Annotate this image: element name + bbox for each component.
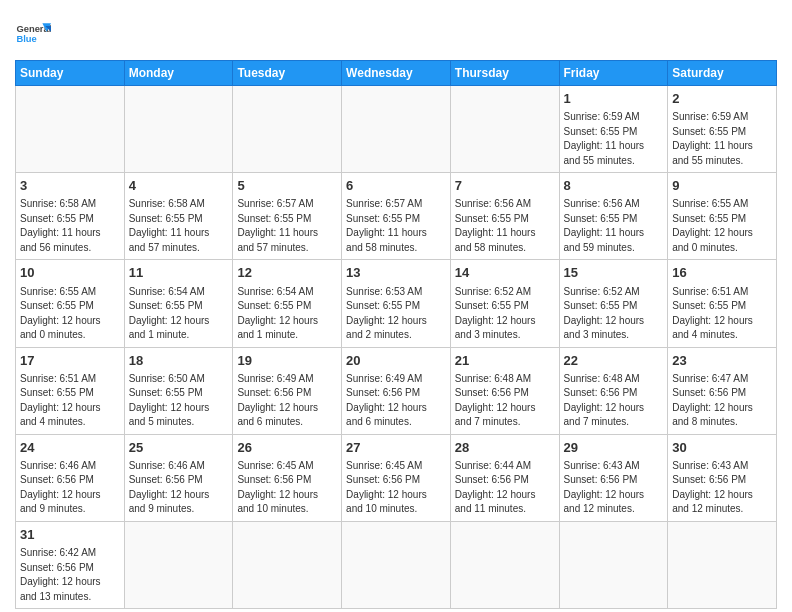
day-number: 10	[20, 264, 120, 282]
week-row-2: 10Sunrise: 6:55 AM Sunset: 6:55 PM Dayli…	[16, 260, 777, 347]
day-number: 27	[346, 439, 446, 457]
week-row-1: 3Sunrise: 6:58 AM Sunset: 6:55 PM Daylig…	[16, 173, 777, 260]
day-number: 14	[455, 264, 555, 282]
calendar-cell: 26Sunrise: 6:45 AM Sunset: 6:56 PM Dayli…	[233, 434, 342, 521]
calendar-cell: 20Sunrise: 6:49 AM Sunset: 6:56 PM Dayli…	[342, 347, 451, 434]
calendar-cell: 25Sunrise: 6:46 AM Sunset: 6:56 PM Dayli…	[124, 434, 233, 521]
weekday-header-wednesday: Wednesday	[342, 61, 451, 86]
day-info: Sunrise: 6:45 AM Sunset: 6:56 PM Dayligh…	[346, 459, 446, 517]
day-info: Sunrise: 6:45 AM Sunset: 6:56 PM Dayligh…	[237, 459, 337, 517]
calendar-table: SundayMondayTuesdayWednesdayThursdayFrid…	[15, 60, 777, 609]
calendar-cell: 10Sunrise: 6:55 AM Sunset: 6:55 PM Dayli…	[16, 260, 125, 347]
day-number: 9	[672, 177, 772, 195]
day-number: 15	[564, 264, 664, 282]
day-number: 12	[237, 264, 337, 282]
day-info: Sunrise: 6:48 AM Sunset: 6:56 PM Dayligh…	[564, 372, 664, 430]
day-number: 2	[672, 90, 772, 108]
weekday-header-sunday: Sunday	[16, 61, 125, 86]
calendar-cell	[233, 521, 342, 608]
calendar-cell: 2Sunrise: 6:59 AM Sunset: 6:55 PM Daylig…	[668, 86, 777, 173]
calendar-cell	[16, 86, 125, 173]
day-info: Sunrise: 6:59 AM Sunset: 6:55 PM Dayligh…	[672, 110, 772, 168]
calendar-cell: 23Sunrise: 6:47 AM Sunset: 6:56 PM Dayli…	[668, 347, 777, 434]
calendar-cell: 12Sunrise: 6:54 AM Sunset: 6:55 PM Dayli…	[233, 260, 342, 347]
weekday-header-tuesday: Tuesday	[233, 61, 342, 86]
calendar-cell: 6Sunrise: 6:57 AM Sunset: 6:55 PM Daylig…	[342, 173, 451, 260]
week-row-5: 31Sunrise: 6:42 AM Sunset: 6:56 PM Dayli…	[16, 521, 777, 608]
calendar-cell: 24Sunrise: 6:46 AM Sunset: 6:56 PM Dayli…	[16, 434, 125, 521]
week-row-4: 24Sunrise: 6:46 AM Sunset: 6:56 PM Dayli…	[16, 434, 777, 521]
day-number: 11	[129, 264, 229, 282]
day-number: 30	[672, 439, 772, 457]
calendar-cell	[233, 86, 342, 173]
calendar-cell: 8Sunrise: 6:56 AM Sunset: 6:55 PM Daylig…	[559, 173, 668, 260]
day-number: 13	[346, 264, 446, 282]
calendar-cell: 5Sunrise: 6:57 AM Sunset: 6:55 PM Daylig…	[233, 173, 342, 260]
day-info: Sunrise: 6:56 AM Sunset: 6:55 PM Dayligh…	[564, 197, 664, 255]
day-info: Sunrise: 6:49 AM Sunset: 6:56 PM Dayligh…	[237, 372, 337, 430]
calendar-cell: 28Sunrise: 6:44 AM Sunset: 6:56 PM Dayli…	[450, 434, 559, 521]
header: General Blue	[15, 10, 777, 52]
calendar-cell	[124, 86, 233, 173]
day-number: 26	[237, 439, 337, 457]
day-number: 25	[129, 439, 229, 457]
day-info: Sunrise: 6:51 AM Sunset: 6:55 PM Dayligh…	[20, 372, 120, 430]
day-info: Sunrise: 6:54 AM Sunset: 6:55 PM Dayligh…	[237, 285, 337, 343]
calendar-cell	[559, 521, 668, 608]
day-number: 8	[564, 177, 664, 195]
day-number: 19	[237, 352, 337, 370]
calendar-cell: 7Sunrise: 6:56 AM Sunset: 6:55 PM Daylig…	[450, 173, 559, 260]
calendar-cell	[342, 521, 451, 608]
day-number: 7	[455, 177, 555, 195]
logo: General Blue	[15, 16, 51, 52]
day-number: 20	[346, 352, 446, 370]
calendar-cell: 19Sunrise: 6:49 AM Sunset: 6:56 PM Dayli…	[233, 347, 342, 434]
calendar-cell: 3Sunrise: 6:58 AM Sunset: 6:55 PM Daylig…	[16, 173, 125, 260]
day-info: Sunrise: 6:51 AM Sunset: 6:55 PM Dayligh…	[672, 285, 772, 343]
day-number: 6	[346, 177, 446, 195]
day-number: 1	[564, 90, 664, 108]
day-number: 28	[455, 439, 555, 457]
week-row-0: 1Sunrise: 6:59 AM Sunset: 6:55 PM Daylig…	[16, 86, 777, 173]
calendar-cell: 27Sunrise: 6:45 AM Sunset: 6:56 PM Dayli…	[342, 434, 451, 521]
day-info: Sunrise: 6:53 AM Sunset: 6:55 PM Dayligh…	[346, 285, 446, 343]
day-info: Sunrise: 6:48 AM Sunset: 6:56 PM Dayligh…	[455, 372, 555, 430]
day-info: Sunrise: 6:47 AM Sunset: 6:56 PM Dayligh…	[672, 372, 772, 430]
day-info: Sunrise: 6:49 AM Sunset: 6:56 PM Dayligh…	[346, 372, 446, 430]
calendar-cell: 22Sunrise: 6:48 AM Sunset: 6:56 PM Dayli…	[559, 347, 668, 434]
logo-icon: General Blue	[15, 16, 51, 52]
calendar-cell: 1Sunrise: 6:59 AM Sunset: 6:55 PM Daylig…	[559, 86, 668, 173]
day-info: Sunrise: 6:43 AM Sunset: 6:56 PM Dayligh…	[672, 459, 772, 517]
day-number: 3	[20, 177, 120, 195]
calendar-cell: 21Sunrise: 6:48 AM Sunset: 6:56 PM Dayli…	[450, 347, 559, 434]
calendar-cell: 4Sunrise: 6:58 AM Sunset: 6:55 PM Daylig…	[124, 173, 233, 260]
calendar-cell: 11Sunrise: 6:54 AM Sunset: 6:55 PM Dayli…	[124, 260, 233, 347]
day-number: 23	[672, 352, 772, 370]
weekday-header-thursday: Thursday	[450, 61, 559, 86]
calendar-cell: 30Sunrise: 6:43 AM Sunset: 6:56 PM Dayli…	[668, 434, 777, 521]
day-info: Sunrise: 6:55 AM Sunset: 6:55 PM Dayligh…	[672, 197, 772, 255]
weekday-header-row: SundayMondayTuesdayWednesdayThursdayFrid…	[16, 61, 777, 86]
weekday-header-saturday: Saturday	[668, 61, 777, 86]
day-number: 18	[129, 352, 229, 370]
day-info: Sunrise: 6:58 AM Sunset: 6:55 PM Dayligh…	[20, 197, 120, 255]
day-info: Sunrise: 6:55 AM Sunset: 6:55 PM Dayligh…	[20, 285, 120, 343]
day-number: 5	[237, 177, 337, 195]
day-number: 17	[20, 352, 120, 370]
day-info: Sunrise: 6:57 AM Sunset: 6:55 PM Dayligh…	[346, 197, 446, 255]
day-number: 22	[564, 352, 664, 370]
day-number: 21	[455, 352, 555, 370]
week-row-3: 17Sunrise: 6:51 AM Sunset: 6:55 PM Dayli…	[16, 347, 777, 434]
calendar-cell: 29Sunrise: 6:43 AM Sunset: 6:56 PM Dayli…	[559, 434, 668, 521]
calendar-cell	[450, 521, 559, 608]
calendar-cell	[342, 86, 451, 173]
calendar-cell: 15Sunrise: 6:52 AM Sunset: 6:55 PM Dayli…	[559, 260, 668, 347]
day-info: Sunrise: 6:43 AM Sunset: 6:56 PM Dayligh…	[564, 459, 664, 517]
calendar-cell: 31Sunrise: 6:42 AM Sunset: 6:56 PM Dayli…	[16, 521, 125, 608]
calendar-cell	[124, 521, 233, 608]
weekday-header-monday: Monday	[124, 61, 233, 86]
day-info: Sunrise: 6:57 AM Sunset: 6:55 PM Dayligh…	[237, 197, 337, 255]
day-number: 24	[20, 439, 120, 457]
day-info: Sunrise: 6:54 AM Sunset: 6:55 PM Dayligh…	[129, 285, 229, 343]
day-info: Sunrise: 6:52 AM Sunset: 6:55 PM Dayligh…	[455, 285, 555, 343]
